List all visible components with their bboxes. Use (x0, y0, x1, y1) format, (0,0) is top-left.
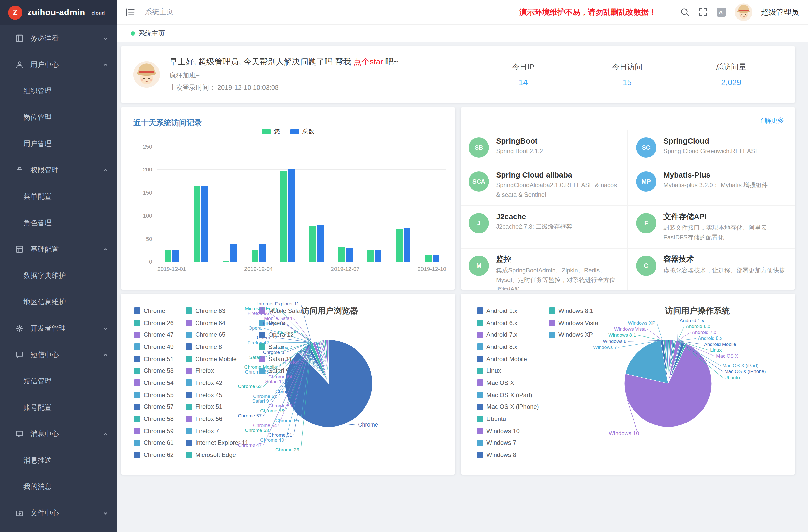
legend-item[interactable]: Chrome Mobile (186, 353, 248, 365)
sidebar-subitem[interactable]: 菜单配置 (0, 184, 117, 210)
sidebar-subitem[interactable]: 地区信息维护 (0, 289, 117, 315)
legend-item[interactable]: Mobile Safari (259, 305, 304, 317)
chevron-up-icon (103, 246, 109, 252)
legend-item[interactable]: Chrome 49 (134, 341, 174, 353)
breadcrumb[interactable]: 系统主页 (145, 7, 173, 17)
legend-item[interactable]: Chrome 64 (186, 317, 248, 329)
tab-home[interactable]: 系统主页 (123, 25, 173, 41)
sidebar-menu: 务必详看用户中心组织管理岗位管理用户管理权限管理菜单配置角色管理基础配置数据字典… (0, 25, 117, 527)
sidebar-item-0[interactable]: 务必详看 (0, 25, 117, 52)
sidebar-subitem[interactable]: 岗位管理 (0, 105, 117, 131)
legend-item[interactable]: Chrome 47 (134, 329, 174, 341)
sidebar-item-5[interactable]: 短信中心 (0, 342, 117, 368)
legend-item[interactable]: Chrome 63 (186, 305, 248, 317)
legend-item[interactable]: Chrome 58 (134, 413, 174, 425)
legend-item[interactable]: Firefox 7 (186, 425, 248, 437)
fullscreen-icon[interactable] (698, 7, 708, 17)
legend-item[interactable]: Windows 10 (477, 425, 539, 437)
tech-grid: SBSpringBootSpring Boot 2.1.2SCSpringClo… (461, 107, 795, 290)
sidebar-item-label: 消息中心 (31, 429, 59, 439)
legend-item[interactable]: Mac OS X (477, 377, 539, 389)
legend-item[interactable]: Microsoft Edge (186, 449, 248, 461)
legend-item[interactable]: Firefox 45 (186, 389, 248, 401)
legend-item[interactable]: Chrome 61 (134, 437, 174, 449)
star-link[interactable]: 点个star (353, 57, 383, 66)
legend-item[interactable]: Mac OS X (iPhone) (477, 401, 539, 413)
bar (172, 250, 179, 262)
legend-item[interactable]: Internet Explorer 11 (186, 437, 248, 449)
app-logo[interactable]: Z zuihou-admin cloud (0, 0, 117, 25)
legend-item[interactable]: Windows 7 (477, 437, 539, 449)
legend-item[interactable]: Firefox 56 (186, 413, 248, 425)
legend-item[interactable]: Chrome 54 (134, 377, 174, 389)
sidebar-subitem[interactable]: 消息推送 (0, 447, 117, 474)
legend-item[interactable]: Windows XP (549, 329, 598, 341)
bar (230, 244, 237, 262)
legend-item[interactable]: Safari (259, 341, 304, 353)
legend-item[interactable]: Android 7.x (477, 329, 539, 341)
legend-item[interactable]: Windows Vista (549, 317, 598, 329)
app-viewport: Z zuihou-admin cloud 务必详看用户中心组织管理岗位管理用户管… (0, 0, 808, 532)
legend-item[interactable]: Firefox 51 (186, 401, 248, 413)
bar (425, 255, 431, 262)
legend-item[interactable]: Firefox 42 (186, 377, 248, 389)
legend-item[interactable]: Safari 9 (259, 365, 304, 377)
sidebar-subitem[interactable]: 我的消息 (0, 474, 117, 500)
sidebar-subitem[interactable]: 账号配置 (0, 395, 117, 421)
book-icon (15, 34, 24, 43)
sidebar-item-7[interactable]: 文件中心 (0, 500, 117, 527)
sidebar-item-label: 短信中心 (31, 350, 59, 360)
grid-icon (15, 245, 24, 254)
legend-item[interactable]: Ubuntu (477, 413, 539, 425)
message-icon (15, 429, 24, 439)
legend-item[interactable]: Chrome 51 (134, 353, 174, 365)
last-login-time: 上次登录时间： 2019-12-10 10:03:08 (169, 83, 398, 92)
sidebar-item-6[interactable]: 消息中心 (0, 421, 117, 447)
greeting-card: 早上好, 超级管理员, 今天帮别人解决问题了吗 帮我 点个star 吧~ 疯狂加… (121, 46, 795, 103)
search-icon[interactable] (680, 7, 690, 17)
tech-badge: F (636, 213, 656, 233)
sidebar-subitem[interactable]: 用户管理 (0, 131, 117, 157)
sidebar-subitem[interactable]: 组织管理 (0, 78, 117, 105)
legend-item[interactable]: Android 1.x (477, 305, 539, 317)
legend-item[interactable]: Chrome 26 (134, 317, 174, 329)
sidebar-item-label: 基础配置 (31, 245, 59, 254)
sidebar-item-4[interactable]: 开发者管理 (0, 315, 117, 342)
legend-item[interactable]: Chrome (134, 305, 174, 317)
legend-item[interactable]: Mac OS X (iPad) (477, 389, 539, 401)
legend-item[interactable]: Linux (477, 365, 539, 377)
font-size-icon[interactable]: A+ (716, 7, 726, 17)
legend-item[interactable]: Opera 12 (259, 329, 304, 341)
legend-item[interactable]: Chrome 65 (186, 329, 248, 341)
legend-item[interactable]: Chrome 53 (134, 365, 174, 377)
bar (280, 171, 287, 262)
user-avatar[interactable] (734, 3, 753, 21)
legend-item[interactable]: Firefox (186, 365, 248, 377)
tabbar: 系统主页 (117, 25, 808, 42)
legend-item[interactable]: Chrome 55 (134, 389, 174, 401)
stat-total-visits: 总访问量 2,029 (679, 62, 783, 87)
legend-item[interactable]: Chrome 62 (134, 449, 174, 461)
os-pie-title: 访问用户操作系统 (665, 306, 730, 316)
legend-item[interactable]: Android 8.x (477, 341, 539, 353)
legend-item[interactable]: Windows 8.1 (549, 305, 598, 317)
sidebar-subitem[interactable]: 数据字典维护 (0, 263, 117, 289)
legend-item[interactable]: Chrome 57 (134, 401, 174, 413)
chevron-up-icon (103, 430, 109, 437)
sidebar-item-2[interactable]: 权限管理 (0, 157, 117, 184)
legend-item[interactable]: Opera (259, 317, 304, 329)
legend-item[interactable]: Chrome 8 (186, 341, 248, 353)
sidebar-subitem[interactable]: 角色管理 (0, 210, 117, 236)
sidebar-item-3[interactable]: 基础配置 (0, 236, 117, 263)
username[interactable]: 超级管理员 (761, 7, 799, 17)
sidebar-subitem[interactable]: 短信管理 (0, 368, 117, 395)
learn-more-link[interactable]: 了解更多 (758, 116, 784, 125)
legend-item[interactable]: Chrome 59 (134, 425, 174, 437)
legend-item[interactable]: Android Mobile (477, 353, 539, 365)
legend-item[interactable]: Android 6.x (477, 317, 539, 329)
sidebar-item-1[interactable]: 用户中心 (0, 52, 117, 78)
legend-item[interactable]: Windows 8 (477, 449, 539, 461)
bar (433, 255, 439, 262)
collapse-menu-icon[interactable] (125, 6, 136, 18)
legend-item[interactable]: Safari 11 (259, 353, 304, 365)
